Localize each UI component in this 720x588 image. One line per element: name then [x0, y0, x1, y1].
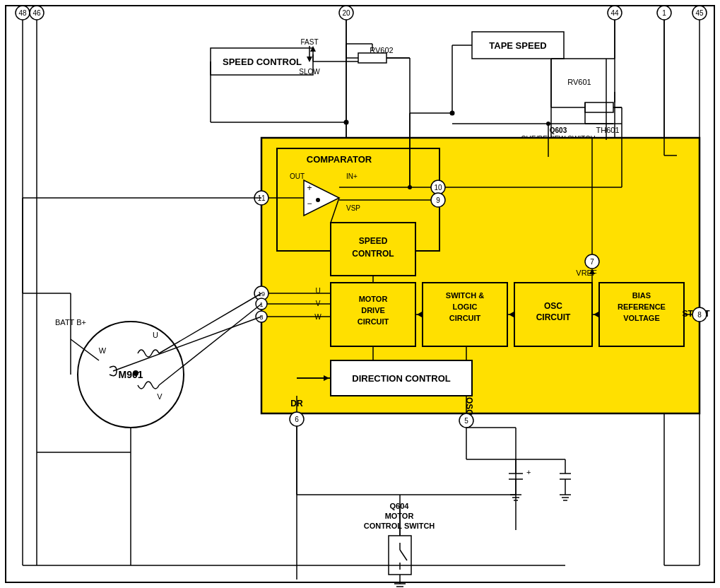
speed-control-inner-label: SPEED	[359, 236, 388, 246]
motor-drive-label2: DRIVE	[361, 306, 385, 314]
pin6-label: 6	[295, 416, 299, 423]
svg-text:−: −	[307, 199, 312, 208]
slow-label: SLOW	[299, 68, 320, 76]
direction-control-label: DIRECTION CONTROL	[352, 373, 450, 384]
svg-point-97	[133, 370, 138, 376]
w-motor-label: W	[99, 346, 107, 355]
pin1-label: 1	[662, 9, 666, 17]
vsp-label: VSP	[346, 204, 360, 212]
svg-point-175	[450, 111, 455, 116]
bias-ref-label3: VOLTAGE	[623, 314, 660, 322]
speed-control-inner-label2: CONTROL	[352, 249, 394, 259]
svg-rect-25	[585, 102, 613, 112]
osc-circuit-label2: CIRCUIT	[536, 312, 571, 322]
out-label: OUT	[290, 172, 305, 180]
svg-rect-17	[358, 53, 386, 63]
pin46-label: 46	[33, 9, 41, 17]
th601-label: TH601	[596, 126, 619, 134]
svg-point-154	[546, 122, 550, 126]
control-switch-label: CONTROL SWITCH	[364, 522, 435, 530]
motor-control-label: MOTOR	[385, 512, 414, 520]
pin10-label: 10	[434, 184, 442, 192]
v-motor-label: V	[157, 392, 163, 401]
inplus-label: IN+	[346, 172, 358, 180]
svg-point-56	[316, 198, 320, 202]
pin5-label: 5	[464, 417, 468, 425]
switch-logic-label: SWITCH &	[446, 291, 484, 300]
pin19-label: 19	[258, 290, 265, 298]
osc-circuit-label: OSC	[544, 301, 562, 311]
u-motor-label: U	[153, 331, 158, 339]
svg-rect-64	[331, 283, 415, 346]
switch-logic-label3: CIRCUIT	[449, 314, 481, 322]
q603-label: Q603	[550, 127, 567, 134]
pin20-label: 20	[342, 9, 350, 17]
cap-plus-label: +	[526, 468, 531, 476]
rv601-label: RV601	[567, 78, 591, 86]
pin45-label: 45	[695, 9, 704, 17]
bias-ref-label: BIAS	[632, 291, 651, 300]
pin9-label: 9	[436, 196, 440, 204]
motor-drive-label: MOTOR	[359, 295, 388, 303]
pin7-label: 7	[590, 258, 594, 266]
svg-point-174	[344, 120, 349, 125]
svg-text:+: +	[307, 183, 312, 193]
switch-logic-label2: LOGIC	[453, 302, 478, 311]
fast-label: FAST	[300, 38, 318, 46]
speed-control-box-label: SPEED CONTROL	[223, 57, 302, 67]
tape-speed-label: TAPE SPEED	[489, 40, 546, 51]
pin44-label: 44	[610, 9, 619, 17]
comparator-label: COMPARATOR	[307, 154, 372, 165]
motor-label: M901	[118, 369, 143, 380]
bias-ref-label2: REFERENCE	[618, 302, 666, 311]
pin48-label: 48	[18, 9, 27, 17]
motor-drive-label3: CIRCUIT	[358, 317, 389, 326]
pin8-label: 8	[697, 311, 702, 319]
